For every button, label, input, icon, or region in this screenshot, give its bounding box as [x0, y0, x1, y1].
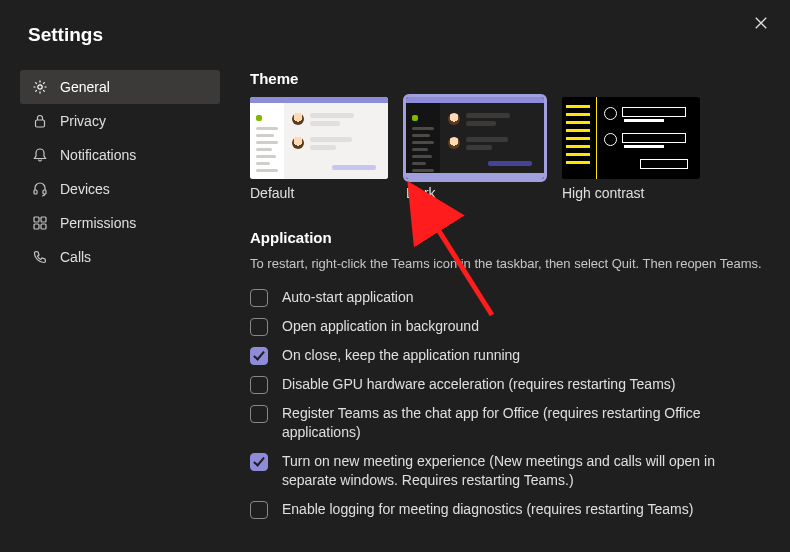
option-label: Register Teams as the chat app for Offic…	[282, 404, 760, 442]
option-register_chat[interactable]: Register Teams as the chat app for Offic…	[250, 399, 760, 447]
svg-rect-3	[43, 190, 46, 194]
application-restart-hint: To restart, right-click the Teams icon i…	[250, 256, 770, 271]
option-new_meeting[interactable]: Turn on new meeting experience (New meet…	[250, 447, 760, 495]
sidebar-item-privacy[interactable]: Privacy	[20, 104, 220, 138]
close-icon	[754, 16, 768, 30]
lock-icon	[32, 113, 48, 129]
theme-option-high_contrast[interactable]: High contrast	[562, 97, 700, 201]
theme-option-dark[interactable]: Dark	[406, 97, 544, 201]
theme-option-label: Default	[250, 185, 388, 201]
option-label: On close, keep the application running	[282, 346, 520, 365]
sidebar-item-label: General	[60, 79, 110, 95]
sidebar-item-label: Calls	[60, 249, 91, 265]
svg-rect-2	[34, 190, 37, 194]
phone-icon	[32, 249, 48, 265]
option-open_bg[interactable]: Open application in background	[250, 312, 760, 341]
headset-icon	[32, 181, 48, 197]
checkbox[interactable]	[250, 501, 268, 519]
application-section-title: Application	[250, 229, 770, 246]
checkbox[interactable]	[250, 453, 268, 471]
settings-sidebar: GeneralPrivacyNotificationsDevicesPermis…	[20, 70, 220, 524]
checkbox[interactable]	[250, 347, 268, 365]
settings-window: { "title": "Settings", "sidebar": { "ite…	[0, 0, 790, 552]
sidebar-item-label: Notifications	[60, 147, 136, 163]
sidebar-item-notifications[interactable]: Notifications	[20, 138, 220, 172]
svg-rect-6	[34, 224, 39, 229]
sidebar-item-label: Privacy	[60, 113, 106, 129]
svg-rect-7	[41, 224, 46, 229]
theme-options: DefaultDarkHigh contrast	[250, 97, 770, 201]
sidebar-item-permissions[interactable]: Permissions	[20, 206, 220, 240]
sidebar-item-label: Devices	[60, 181, 110, 197]
page-title: Settings	[0, 0, 790, 46]
option-disable_gpu[interactable]: Disable GPU hardware acceleration (requi…	[250, 370, 760, 399]
sidebar-item-label: Permissions	[60, 215, 136, 231]
theme-section-title: Theme	[250, 70, 770, 87]
theme-option-default[interactable]: Default	[250, 97, 388, 201]
svg-rect-1	[36, 120, 45, 127]
sidebar-item-calls[interactable]: Calls	[20, 240, 220, 274]
option-label: Auto-start application	[282, 288, 414, 307]
option-label: Turn on new meeting experience (New meet…	[282, 452, 760, 490]
settings-content: Theme DefaultDarkHigh contrast Applicati…	[220, 70, 790, 524]
svg-point-0	[38, 85, 42, 89]
application-options: Auto-start applicationOpen application i…	[250, 283, 770, 524]
checkbox[interactable]	[250, 376, 268, 394]
gear-icon	[32, 79, 48, 95]
option-label: Open application in background	[282, 317, 479, 336]
option-label: Disable GPU hardware acceleration (requi…	[282, 375, 675, 394]
sidebar-item-devices[interactable]: Devices	[20, 172, 220, 206]
option-logging[interactable]: Enable logging for meeting diagnostics (…	[250, 495, 760, 524]
checkbox[interactable]	[250, 405, 268, 423]
svg-rect-5	[41, 217, 46, 222]
theme-option-label: Dark	[406, 185, 544, 201]
option-label: Enable logging for meeting diagnostics (…	[282, 500, 693, 519]
sidebar-item-general[interactable]: General	[20, 70, 220, 104]
option-on_close_keep[interactable]: On close, keep the application running	[250, 341, 760, 370]
close-button[interactable]	[754, 16, 768, 30]
theme-option-label: High contrast	[562, 185, 700, 201]
app-permissions-icon	[32, 215, 48, 231]
checkbox[interactable]	[250, 318, 268, 336]
checkbox[interactable]	[250, 289, 268, 307]
bell-icon	[32, 147, 48, 163]
option-auto_start[interactable]: Auto-start application	[250, 283, 760, 312]
svg-rect-4	[34, 217, 39, 222]
